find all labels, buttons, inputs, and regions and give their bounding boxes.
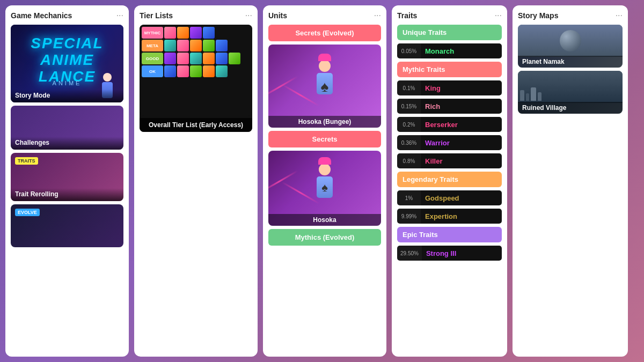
hosoka-char-head [319,164,331,175]
hosoka-label: Hosoka [268,214,381,226]
godspeed-pct: 1% [397,190,421,205]
tier-row-meta: META [142,40,250,51]
killer-pct: 0.8% [397,153,421,168]
tier-lists-title: Tier Lists [140,11,173,20]
tier-avatar [190,40,202,51]
story-mode-card[interactable]: SPECIALANIMELANCE ANIME Story Mode [11,25,123,102]
tier-avatar [164,40,176,51]
planet-namak-card[interactable]: Planet Namak [518,25,623,68]
tier-avatar [190,27,202,39]
char-body: ♠ [317,73,333,94]
tier-lists-header: Tier Lists ··· [140,11,252,20]
tier-avatars-meta [164,40,228,51]
tier-avatar [177,65,189,77]
tier-avatar [190,65,202,77]
warrior-name: Warrior [421,135,502,150]
tier-avatars-good [164,53,240,64]
trait-row-warrior[interactable]: 0.36% Warrior [397,135,502,150]
strong-pct: 29.50% [397,246,422,261]
tier-label-ok: OK [142,65,163,77]
story-mode-label: Story Mode [11,90,123,102]
ruins-graphic [520,87,541,101]
trait-row-strong[interactable]: 29.50% Strong III [397,246,502,261]
tier-list-label: Overall Tier List (Early Access) [140,118,252,132]
expertion-pct: 9.99% [397,209,421,224]
tier-row-mythic: MYTHIC [142,27,250,39]
tier-avatar [203,53,215,64]
trait-row-monarch[interactable]: 0.05% Monarch [397,43,502,58]
strong-name: Strong III [422,246,502,261]
ruined-village-label: Ruined Village [518,102,623,114]
hosoka-bungee-card[interactable]: ♠ Hosoka (Bungee) [268,45,381,128]
evolve-card[interactable]: EVOLVE Evolve [11,204,123,247]
hosoka-bungee-scene: ♠ [268,45,381,128]
tier-avatar [164,53,176,64]
story-maps-header: Story Maps ··· [518,11,623,20]
hosoka-char-hair [318,157,331,165]
berserker-name: Berserker [421,117,502,132]
epic-traits-header: Epic Traits [397,227,502,242]
hosoka-bungee-label: Hosoka (Bungee) [268,116,381,128]
tier-avatar [177,27,189,39]
tier-lists-menu-icon[interactable]: ··· [245,11,252,20]
hosoka-char-body: ♠ [317,176,333,198]
tier-lists-column: Tier Lists ··· MYTHIC META [134,5,258,357]
char-hair [318,54,331,61]
units-header: Units ··· [268,11,381,20]
story-maps-column: Story Maps ··· Planet Namak Ruined Villa… [513,5,628,357]
killer-name: Killer [421,153,502,168]
traits-content: Unique Traits 0.05% Monarch Mythic Trait… [397,25,502,351]
tier-row-good: GOOD [142,53,250,64]
trait-row-killer[interactable]: 0.8% Killer [397,153,502,168]
traits-menu-icon[interactable]: ··· [495,11,502,20]
mythic-traits-header: Mythic Traits [397,62,502,77]
hosoka-bungee-bg: ♠ [268,45,381,128]
trait-row-godspeed[interactable]: 1% Godspeed [397,190,502,205]
game-mechanics-column: Game Mechanics ··· SPECIALANIMELANCE ANI… [5,5,129,357]
tier-avatar [164,65,176,77]
tier-label-mythic: MYTHIC [142,27,163,39]
planet-namak-bg [518,25,623,57]
trait-row-rich[interactable]: 0.15% Rich [397,99,502,114]
planet-graphic [560,30,581,51]
evolve-badge: EVOLVE [15,209,40,216]
ruin-2 [526,93,529,101]
units-content: Secrets (Evolved) ♠ Hosoka (Bunge [268,25,381,351]
ruined-village-bg [518,71,623,103]
tier-avatar [190,53,202,64]
tier-avatar [216,53,228,64]
trait-row-expertion[interactable]: 9.99% Expertion [397,209,502,224]
tier-label-meta: META [142,40,163,51]
trait-rerolling-label: Trait Rerolling [11,188,123,201]
expertion-name: Expertion [421,209,502,224]
ruin-3 [531,87,536,101]
tier-lists-content: MYTHIC META [140,25,252,351]
rich-pct: 0.15% [397,99,421,114]
trait-row-berserker[interactable]: 0.2% Berserker [397,117,502,132]
ruin-4 [538,92,541,101]
game-mechanics-header: Game Mechanics ··· [11,11,123,20]
game-mechanics-menu-icon[interactable]: ··· [116,11,123,20]
spade-icon: ♠ [321,78,329,95]
tier-avatar [216,65,228,77]
tier-avatar [216,40,228,51]
hosoka-card[interactable]: ♠ Hosoka [268,151,381,226]
ruined-village-card[interactable]: Ruined Village [518,71,623,114]
challenges-card[interactable]: Challenges [11,106,123,150]
tier-avatars-mythic [164,27,215,39]
king-pct: 0.1% [397,80,421,95]
units-menu-icon[interactable]: ··· [374,11,381,20]
mythics-evolved-header: Mythics (Evolved) [268,229,381,246]
laser-4 [282,181,320,204]
tier-row-ok: OK [142,65,250,77]
story-maps-menu-icon[interactable]: ··· [616,11,623,20]
trait-rerolling-card[interactable]: TRAITS Trait Rerolling [11,153,123,201]
monarch-pct: 0.05% [397,43,421,58]
tier-avatar [177,53,189,64]
tier-list-image: MYTHIC META [140,25,252,116]
hosoka-spade-icon: ♠ [321,181,328,195]
trait-row-king[interactable]: 0.1% King [397,80,502,95]
laser-1 [268,76,298,99]
overall-tier-list-card[interactable]: MYTHIC META [140,25,252,132]
traits-column: Traits ··· Unique Traits 0.05% Monarch M… [392,5,507,357]
